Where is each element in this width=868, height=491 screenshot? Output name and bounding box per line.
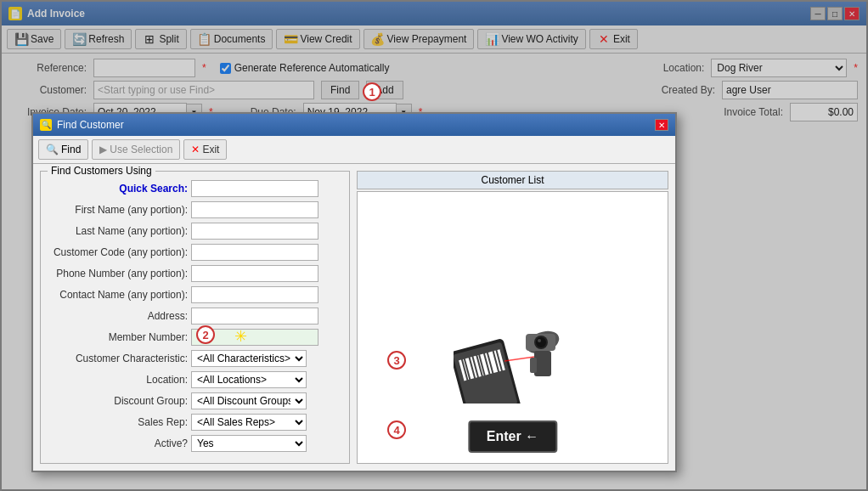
location-find-select-wrapper: <All Locations> — [191, 371, 307, 388]
discount-group-select[interactable]: <All Discount Groups> — [191, 392, 307, 409]
phone-input[interactable] — [191, 265, 318, 282]
dialog-exit-icon: ✕ — [191, 144, 200, 155]
customer-code-input[interactable] — [191, 244, 318, 261]
use-selection-button[interactable]: ▶ Use Selection — [92, 139, 180, 160]
contact-row: Contact Name (any portion): — [48, 286, 342, 303]
enter-key-display: Enter ← — [468, 420, 557, 453]
svg-rect-16 — [530, 358, 537, 373]
dialog-content: Find Customers Using Quick Search: First… — [33, 164, 675, 471]
customer-list-panel: Customer List — [357, 171, 668, 464]
quick-search-row: Quick Search: — [48, 180, 342, 197]
badge-2: 2 — [196, 325, 215, 344]
customer-code-row: Customer Code (any portion): — [48, 244, 342, 261]
active-row: Active? Yes No All — [48, 435, 342, 452]
customer-char-select-wrapper: <All Characteristics> — [191, 350, 307, 367]
address-row: Address: — [48, 308, 342, 325]
contact-input[interactable] — [191, 286, 318, 303]
badge-3: 3 — [387, 351, 406, 370]
member-number-label: Member Number: — [48, 331, 188, 343]
svg-point-19 — [538, 339, 541, 342]
customer-list-header: Customer List — [357, 171, 668, 189]
badge-1: 1 — [363, 82, 381, 101]
sales-rep-select[interactable]: <All Sales Reps> — [191, 414, 307, 431]
badge-4: 4 — [387, 420, 406, 439]
sales-rep-row: Sales Rep: <All Sales Reps> — [48, 414, 342, 431]
phone-label: Phone Number (any portion): — [48, 268, 188, 279]
customer-code-label: Customer Code (any portion): — [48, 246, 188, 258]
location-find-select[interactable]: <All Locations> — [191, 371, 307, 388]
fieldset-legend: Find Customers Using — [48, 165, 155, 177]
dialog-icon: 🔍 — [40, 119, 52, 131]
customer-char-label: Customer Characteristic: — [48, 353, 188, 364]
address-input[interactable] — [191, 308, 318, 325]
location-find-row: Location: <All Locations> — [48, 371, 342, 388]
find-customers-fieldset: Find Customers Using Quick Search: First… — [40, 171, 350, 464]
quick-search-label: Quick Search: — [48, 183, 188, 195]
contact-label: Contact Name (any portion): — [48, 289, 188, 301]
member-number-row: Member Number: ✳ 2 — [48, 329, 342, 346]
discount-group-label: Discount Group: — [48, 395, 188, 407]
sales-rep-label: Sales Rep: — [48, 416, 188, 428]
use-selection-icon: ▶ — [99, 144, 107, 155]
last-name-label: Last Name (any portion): — [48, 225, 188, 237]
dialog-exit-button[interactable]: ✕ Exit — [183, 139, 227, 160]
dialog-close-button[interactable]: ✕ — [655, 119, 668, 131]
address-label: Address: — [48, 310, 188, 322]
customer-char-select[interactable]: <All Characteristics> — [191, 350, 307, 367]
find-customer-dialog: 🔍 Find Customer ✕ 🔍 Find ▶ Use Selection… — [31, 112, 677, 472]
last-name-input[interactable] — [191, 223, 318, 240]
last-name-row: Last Name (any portion): — [48, 223, 342, 240]
dialog-title-text: Find Customer — [57, 119, 124, 131]
customer-char-row: Customer Characteristic: <All Characteri… — [48, 350, 342, 367]
sales-rep-select-wrapper: <All Sales Reps> — [191, 414, 307, 431]
active-label: Active? — [48, 437, 188, 449]
first-name-row: First Name (any portion): — [48, 201, 342, 218]
find-icon: 🔍 — [46, 144, 59, 155]
svg-point-18 — [536, 337, 546, 347]
dialog-toolbar: 🔍 Find ▶ Use Selection ✕ Exit — [33, 136, 675, 164]
svg-line-20 — [504, 357, 534, 361]
quick-search-input[interactable] — [191, 180, 318, 197]
first-name-label: First Name (any portion): — [48, 204, 188, 216]
discount-group-row: Discount Group: <All Discount Groups> — [48, 392, 342, 409]
dialog-find-button[interactable]: 🔍 Find — [38, 139, 88, 160]
main-window: 📄 Add Invoice ─ □ ✕ 💾 Save 🔄 Refresh ⊞ S… — [0, 0, 868, 491]
dialog-title-bar: 🔍 Find Customer ✕ — [33, 114, 675, 136]
customer-list-area[interactable]: Enter ← 3 4 — [357, 191, 668, 464]
scanner-illustration — [454, 310, 572, 404]
first-name-input[interactable] — [191, 201, 318, 218]
phone-row: Phone Number (any portion): — [48, 265, 342, 282]
active-select-wrapper: Yes No All — [191, 435, 307, 452]
location-find-label: Location: — [48, 374, 188, 386]
discount-group-select-wrapper: <All Discount Groups> — [191, 392, 307, 409]
active-select[interactable]: Yes No All — [191, 435, 307, 452]
